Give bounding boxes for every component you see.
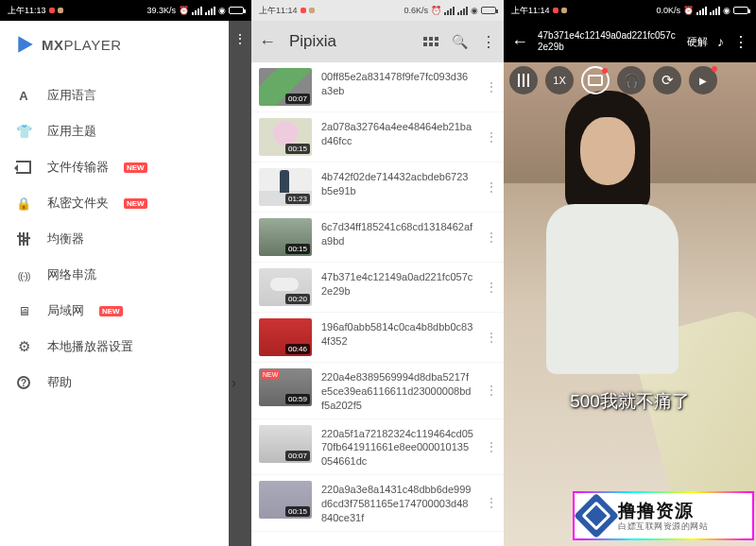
wifi-icon: ◉	[723, 6, 730, 15]
audio-mode-button[interactable]	[617, 66, 645, 94]
file-row[interactable]: 00:152a078a32764a4ee48464eb21bad46fcc	[251, 112, 504, 162]
audio-track-button[interactable]	[717, 34, 724, 49]
decoder-toggle[interactable]: 硬解	[687, 35, 708, 49]
status-dot-icon	[561, 8, 567, 13]
signal-icon	[696, 7, 707, 15]
file-name: 47b371e4c12149a0ad221fc057c2e29b	[321, 268, 473, 299]
file-more-button[interactable]	[483, 175, 500, 199]
status-dot-icon	[301, 8, 306, 13]
file-row[interactable]: 00:156c7d34ff185241c68cd1318462afa9bd	[251, 213, 504, 263]
brand-row: MXPLAYER	[0, 21, 251, 72]
duration-label: 00:15	[285, 144, 310, 154]
pip-button[interactable]	[581, 66, 610, 94]
more-icon[interactable]	[233, 30, 247, 546]
wifi-icon: ◉	[471, 6, 478, 15]
signal-icon	[444, 7, 455, 15]
new-badge: NEW	[261, 370, 280, 379]
duration-label: 00:15	[285, 244, 310, 254]
back-button[interactable]	[511, 32, 528, 52]
right-overflow-strip[interactable]	[229, 21, 251, 546]
duration-label: 00:59	[285, 394, 310, 404]
battery-icon	[481, 7, 496, 14]
player-controls-row: 1X	[509, 66, 717, 94]
file-row[interactable]: 00:0700ff85e2a831478f9fe7fc093d36a3eb	[251, 62, 504, 112]
file-more-button[interactable]	[483, 490, 500, 515]
appbar: Pipixia	[251, 21, 504, 62]
file-row[interactable]: 00:2047b371e4c12149a0ad221fc057c2e29b	[251, 263, 504, 313]
drawer-item-label: 私密文件夹	[47, 195, 109, 212]
more-button[interactable]	[481, 33, 496, 51]
file-more-button[interactable]	[483, 75, 500, 99]
rotate-button[interactable]	[653, 66, 681, 94]
next-button[interactable]	[689, 66, 717, 94]
video-thumbnail: 00:07	[259, 68, 312, 106]
drawer-item-a[interactable]: 应用语言	[0, 77, 251, 113]
file-name: 00ff85e2a831478f9fe7fc093d36a3eb	[321, 68, 473, 98]
watermark: 撸撸资源 白嫖互联网资源的网站	[573, 491, 754, 540]
video-title: 47b371e4c12149a0ad221fc057c2e29b	[538, 30, 678, 53]
file-row[interactable]: 01:234b742f02de714432acbdeb6723b5e91b	[251, 162, 504, 213]
equalizer-button[interactable]	[509, 66, 538, 94]
status-bar: 上午11:14 0.0K/s ⏰ ◉	[504, 0, 756, 21]
view-grid-button[interactable]	[423, 37, 438, 46]
file-browser-panel: 上午11:14 0.6K/s ⏰ ◉ Pipixia 00:0700ff85e2…	[251, 0, 504, 546]
search-button[interactable]	[452, 33, 468, 50]
file-more-button[interactable]	[483, 378, 500, 402]
status-dot-icon	[49, 8, 55, 13]
video-thumbnail: NEW00:59	[259, 368, 312, 406]
status-dot-icon	[309, 8, 315, 13]
more-button[interactable]	[733, 33, 748, 51]
drawer-item-eq[interactable]: 均衡器	[0, 221, 251, 257]
drawer-item-stream[interactable]: 网络串流	[0, 257, 251, 293]
status-time: 上午11:13	[8, 5, 46, 17]
drawer-item-label: 应用主题	[47, 123, 96, 140]
status-time: 上午11:14	[259, 5, 298, 17]
back-button[interactable]	[259, 32, 276, 52]
drawer-item-help[interactable]: 帮助›	[0, 365, 251, 401]
file-more-button[interactable]	[483, 275, 500, 299]
drawer-item-lan[interactable]: 局域网NEW	[0, 293, 251, 329]
mxplayer-drawer-panel: 上午11:13 39.3K/s ⏰ ◉ MXPLAYER 应用语言应用主题文件传…	[0, 0, 251, 546]
alarm-icon: ⏰	[431, 6, 441, 15]
file-more-button[interactable]	[483, 435, 500, 459]
speed-button[interactable]: 1X	[545, 66, 574, 94]
drawer-item-trans[interactable]: 文件传输器NEW	[0, 149, 251, 185]
video-thumbnail: 00:15	[259, 218, 312, 256]
video-thumbnail: 00:07	[259, 425, 312, 463]
file-list[interactable]: 00:0700ff85e2a831478f9fe7fc093d36a3eb00:…	[251, 62, 504, 546]
video-surface[interactable]: 500我就不痛了 撸撸资源 白嫖互联网资源的网站	[504, 62, 756, 546]
drawer-item-label: 局域网	[47, 302, 84, 319]
lock-icon	[15, 195, 32, 212]
alarm-icon: ⏰	[683, 6, 694, 15]
indicator-dot-icon	[602, 68, 608, 74]
duration-label: 00:07	[285, 94, 310, 104]
status-speed: 0.6K/s	[404, 6, 428, 15]
video-thumbnail: 00:15	[259, 118, 312, 156]
new-badge: NEW	[99, 306, 123, 316]
gear-icon	[15, 338, 32, 355]
file-more-button[interactable]	[483, 325, 500, 350]
drawer-item-gear[interactable]: 本地播放器设置	[0, 329, 251, 365]
drawer-item-shirt[interactable]: 应用主题	[0, 113, 251, 149]
status-bar: 上午11:13 39.3K/s ⏰ ◉	[0, 0, 251, 21]
file-name: 220a5f1a72182324c119464cd0570fb641911661…	[321, 425, 473, 469]
help-icon	[15, 374, 32, 391]
file-more-button[interactable]	[483, 225, 500, 249]
drawer-menu: 应用语言应用主题文件传输器NEW私密文件夹NEW均衡器网络串流局域网NEW本地播…	[0, 72, 251, 406]
drawer-item-lock[interactable]: 私密文件夹NEW	[0, 185, 251, 221]
file-row[interactable]: 00:15220a9a3e8a1431c48dbb6de999d6cd3f758…	[251, 475, 504, 532]
file-row[interactable]: 00:46196af0abb5814c0ca4b8dbb0c834f352	[251, 313, 504, 363]
battery-icon	[733, 7, 748, 14]
lan-icon	[15, 302, 32, 319]
file-row[interactable]: 00:07220a5f1a72182324c119464cd0570fb6419…	[251, 419, 504, 476]
file-more-button[interactable]	[483, 125, 500, 149]
file-row[interactable]: NEW00:59220a4e8389569994d8dba5217fe5ce39…	[251, 363, 504, 419]
watermark-subtitle: 白嫖互联网资源的网站	[618, 521, 708, 531]
status-dot-icon	[58, 8, 63, 13]
mxplayer-logo-icon	[15, 34, 36, 55]
eq-icon	[15, 230, 32, 247]
file-name: 220a9a3e8a1431c48dbb6de999d6cd3f7581165e…	[321, 481, 473, 525]
status-dot-icon	[553, 8, 558, 13]
drawer-item-label: 均衡器	[47, 230, 84, 247]
drawer-item-label: 帮助	[47, 374, 72, 391]
